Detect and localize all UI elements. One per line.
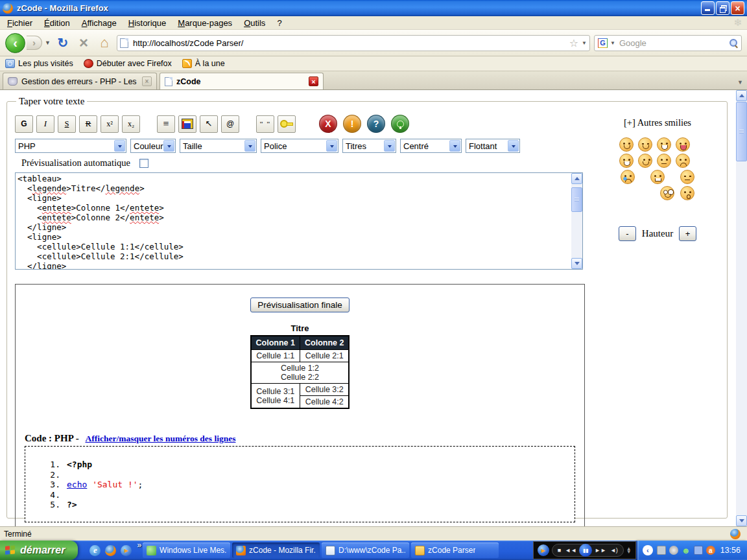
media-previous-button[interactable]: ◄◄ bbox=[565, 547, 576, 554]
warning-button[interactable]: ! bbox=[343, 115, 361, 133]
scrollbar-thumb[interactable] bbox=[736, 102, 747, 161]
taskbar-button-windows-live-mes[interactable]: Windows Live Mes... bbox=[143, 542, 230, 558]
color-select[interactable]: Couleur bbox=[130, 139, 176, 153]
tray-collapse-icon[interactable]: ‹ bbox=[643, 545, 653, 555]
smiley-smile-icon[interactable] bbox=[619, 137, 634, 152]
list-button[interactable]: ≡ bbox=[157, 115, 175, 133]
italic-button[interactable]: I bbox=[36, 115, 54, 133]
cursor-button[interactable]: ↖ bbox=[200, 115, 218, 133]
scroll-up-icon[interactable] bbox=[736, 90, 747, 101]
font-select[interactable]: Police bbox=[261, 139, 338, 153]
start-button[interactable]: démarrer bbox=[0, 541, 78, 560]
increase-height-button[interactable]: + bbox=[679, 226, 696, 241]
menu-affichage[interactable]: Affichage bbox=[76, 17, 123, 29]
smiley-cry-icon[interactable] bbox=[621, 170, 635, 184]
smiley-tongue-icon[interactable] bbox=[676, 137, 690, 152]
close-tab-button[interactable]: × bbox=[142, 76, 152, 86]
back-button[interactable]: ‹ bbox=[5, 33, 25, 53]
smiley-annoyed-icon[interactable] bbox=[680, 170, 694, 184]
tray-network-icon[interactable] bbox=[694, 546, 703, 555]
smiley-angry-icon[interactable] bbox=[650, 170, 665, 184]
scroll-down-icon[interactable] bbox=[736, 515, 747, 526]
subscript-button[interactable]: x₂ bbox=[122, 115, 140, 133]
url-dropdown-icon[interactable]: ▼ bbox=[582, 40, 587, 46]
close-tab-button[interactable]: × bbox=[309, 76, 318, 86]
auto-preview-checkbox[interactable] bbox=[139, 159, 148, 168]
smiley-rolleyes-icon[interactable] bbox=[660, 186, 674, 200]
smiley-whistle-icon[interactable] bbox=[680, 186, 694, 200]
engine-dropdown-icon[interactable]: ▼ bbox=[610, 40, 615, 46]
email-button[interactable]: @ bbox=[221, 115, 239, 133]
toggle-line-numbers-link[interactable]: Afficher/masquer les numéros des lignes bbox=[86, 434, 236, 443]
taskbar-button-d-www-zcode-pa[interactable]: D:\www\zCode Pa... bbox=[322, 542, 409, 558]
url-input[interactable] bbox=[132, 38, 566, 49]
tab-zcode[interactable]: zCode× bbox=[160, 73, 324, 89]
menu-fichier[interactable]: Fichier bbox=[1, 17, 38, 29]
question-button[interactable]: ? bbox=[367, 115, 385, 133]
smiley-sad-icon[interactable] bbox=[676, 154, 690, 168]
menu-edition[interactable]: Édition bbox=[38, 17, 76, 29]
smiley-think-icon[interactable] bbox=[638, 154, 652, 168]
media-stop-button[interactable]: ■ bbox=[558, 547, 561, 554]
menu-historique[interactable]: Historique bbox=[123, 17, 172, 29]
tray-app-icon[interactable]: a bbox=[706, 546, 715, 555]
bookmark-a-la-une[interactable]: À la une bbox=[182, 59, 225, 68]
url-bar[interactable]: ☆ ▼ bbox=[117, 35, 590, 51]
media-next-button[interactable]: ►► bbox=[595, 547, 606, 554]
smiley-wink-icon[interactable] bbox=[638, 137, 652, 152]
media-pause-button[interactable]: ▮▮ bbox=[579, 544, 592, 557]
google-engine-icon[interactable]: G bbox=[598, 38, 608, 48]
tray-disc-icon[interactable] bbox=[669, 546, 678, 555]
quote-button[interactable]: " " bbox=[256, 115, 274, 133]
link-key-button[interactable] bbox=[278, 115, 296, 133]
quick-launch-overflow-icon[interactable]: » bbox=[137, 541, 141, 560]
bold-button[interactable]: G bbox=[15, 115, 33, 133]
taskbar-button-zcode-mozilla-fir[interactable]: zCode - Mozilla Fir... bbox=[232, 542, 320, 558]
minimize-button[interactable] bbox=[701, 1, 715, 15]
quick-launch-firefox-icon[interactable] bbox=[105, 545, 116, 556]
forward-button[interactable]: › bbox=[27, 36, 42, 50]
media-volume-button[interactable]: ◄) bbox=[610, 547, 618, 554]
bookmark-debuter-avec-firefox[interactable]: Débuter avec Firefox bbox=[84, 59, 172, 68]
strikethrough-button[interactable]: R bbox=[79, 115, 97, 133]
scroll-down-icon[interactable] bbox=[571, 258, 582, 269]
home-button[interactable]: ⌂ bbox=[96, 34, 113, 51]
tab-list-dropdown-icon[interactable]: ▼ bbox=[737, 79, 743, 86]
quick-launch-media-player-icon[interactable]: ▶ bbox=[121, 545, 132, 556]
scrollbar-thumb[interactable] bbox=[571, 187, 582, 212]
menu-outils[interactable]: Outils bbox=[238, 17, 271, 29]
restore-button[interactable] bbox=[716, 1, 729, 15]
error-button[interactable]: X bbox=[319, 115, 337, 133]
stop-button[interactable]: × bbox=[75, 34, 92, 51]
tray-device-icon[interactable] bbox=[657, 546, 666, 555]
float-select[interactable]: Flottant bbox=[466, 139, 520, 153]
history-dropdown-icon[interactable]: ▼ bbox=[45, 40, 51, 46]
image-button[interactable] bbox=[178, 115, 196, 133]
search-input[interactable] bbox=[618, 38, 726, 49]
close-button[interactable]: × bbox=[731, 1, 744, 15]
textarea-scrollbar[interactable] bbox=[571, 173, 582, 269]
bookmark-les-plus-visites[interactable]: Les plus visités bbox=[5, 59, 73, 68]
tab-gestion-des-erreurs-php-les-forums[interactable]: Gestion des erreurs - PHP - Les forums .… bbox=[3, 73, 157, 89]
menu-marque-pages[interactable]: Marque-pages bbox=[172, 17, 238, 29]
idea-button[interactable] bbox=[391, 115, 409, 133]
smiley-neutral-icon[interactable] bbox=[657, 154, 671, 168]
zcode-textarea[interactable]: <tableau> <legende>Titre</legende> <lign… bbox=[15, 172, 583, 270]
align-select[interactable]: Centré bbox=[400, 139, 462, 153]
size-select[interactable]: Taille bbox=[180, 139, 257, 153]
underline-button[interactable]: S bbox=[58, 115, 76, 133]
more-smilies-link[interactable]: [+] Autres smilies bbox=[624, 117, 691, 128]
menu-item[interactable]: ? bbox=[271, 17, 287, 29]
decrease-height-button[interactable]: - bbox=[619, 226, 636, 241]
quick-launch-ie-icon[interactable]: e bbox=[89, 545, 101, 556]
scroll-up-icon[interactable] bbox=[571, 173, 582, 184]
bookmark-star-icon[interactable]: ☆ bbox=[569, 37, 578, 49]
taskbar-button-zcode-parser[interactable]: zCode Parser bbox=[411, 542, 499, 558]
deskband-grip-icon[interactable]: ▲▼ bbox=[626, 547, 632, 554]
search-magnifier-icon[interactable] bbox=[729, 38, 738, 47]
headings-select[interactable]: Titres bbox=[342, 139, 396, 153]
language-select[interactable]: PHP bbox=[15, 139, 126, 153]
media-player-logo-icon[interactable]: ▶ bbox=[538, 544, 549, 556]
search-box[interactable]: G ▼ bbox=[594, 35, 742, 51]
final-preview-button[interactable]: Prévisualisation finale bbox=[250, 298, 350, 312]
